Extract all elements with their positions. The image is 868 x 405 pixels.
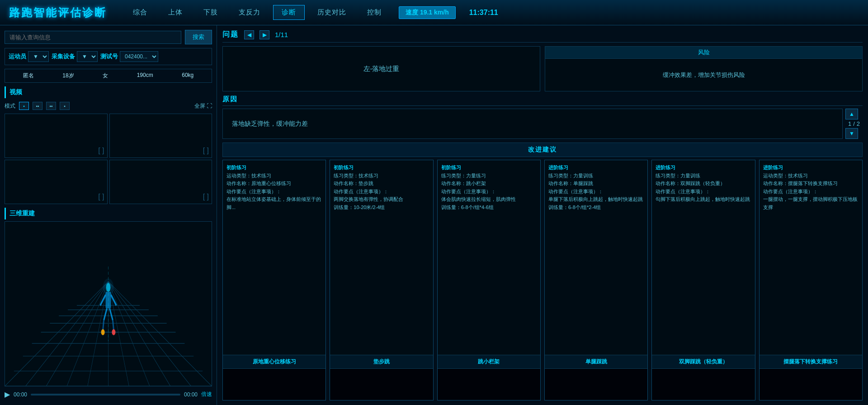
suggestion-card-6-title: 摆腿落下转换支撑练习 <box>760 355 862 368</box>
problem-box: 左-落地过重 <box>222 46 540 91</box>
tab-诊断[interactable]: 诊断 <box>273 5 305 20</box>
athlete-info: 匿名 18岁 女 190cm 60kg <box>9 72 208 80</box>
video-timeline: ▶ 00:00 00:00 倍速 <box>5 388 212 400</box>
threed-section: 三维重建 <box>5 208 212 400</box>
suggestion-card-4-title: 单腿踩跳 <box>545 355 647 368</box>
suggestion-card-3-body: 初阶练习 练习类型：力量练习 动作名称：跳小栏架 动作要点（注意事项）： 体会肌… <box>438 160 540 355</box>
timeline-start: 00:00 <box>14 391 27 398</box>
video-controls: 模式 ▪ ▪▪ ▪▪ ▪ 全屏 ⛶ <box>5 102 212 110</box>
search-row: 搜索 <box>5 30 212 44</box>
search-button[interactable]: 搜索 <box>185 30 212 44</box>
suggestion-card-1-key: 动作要点（注意事项）： <box>226 188 322 196</box>
risk-box: 风险 缓冲效果差，增加关节损伤风险 <box>545 46 863 91</box>
suggestion-card-6-type: 运动类型：技术练习 <box>763 172 859 180</box>
suggestion-card-2-tag: 初阶练习 <box>334 164 429 172</box>
clock: 11:37:11 <box>469 9 498 17</box>
search-input[interactable] <box>5 31 181 44</box>
svg-line-25 <box>103 320 104 330</box>
speed-badge: 速度 19.1 km/h <box>399 6 456 19</box>
suggestion-card-3: 初阶练习 练习类型：力量练习 动作名称：跳小栏架 动作要点（注意事项）： 体会肌… <box>437 160 541 400</box>
suggestion-card-6-name: 动作名称：摆腿落下转换支撑练习 <box>763 180 859 188</box>
suggestion-card-6-key: 动作要点（注意事项）： <box>763 188 859 196</box>
suggestion-card-6-keytext: 一腿摆动，一腿支撑，摆动脚积极下压地板支撑 <box>763 195 859 211</box>
suggestion-card-6-tag: 进阶练习 <box>763 164 859 172</box>
reason-up-btn[interactable]: ▲ <box>845 109 858 119</box>
suggestions-title: 改进建议 <box>222 143 863 157</box>
suggestion-card-5-tag: 进阶练习 <box>656 164 751 172</box>
suggestion-card-3-key: 动作要点（注意事项）： <box>441 188 537 196</box>
svg-line-19 <box>108 281 212 386</box>
risk-header: 风险 <box>545 47 862 59</box>
video-section-label: 视频 <box>5 86 212 98</box>
suggestion-card-6-video <box>760 368 862 400</box>
athlete-select[interactable]: ▼ <box>28 51 49 62</box>
suggestion-card-2-keytext: 两脚交换落地有弹性，协调配合 <box>334 195 429 204</box>
suggestion-card-6: 进阶练习 运动类型：技术练习 动作名称：摆腿落下转换支撑练习 动作要点（注意事项… <box>759 160 863 400</box>
fullscreen-btn[interactable]: 全屏 ⛶ <box>194 102 212 110</box>
mode-btn-2[interactable]: ▪▪ <box>33 102 42 110</box>
problem-next-btn[interactable]: ▶ <box>259 30 269 39</box>
tab-下肢[interactable]: 下肢 <box>195 5 226 19</box>
athlete-age: 18岁 <box>62 72 74 80</box>
test-select[interactable]: 042400... <box>120 51 158 62</box>
suggestion-card-1-video <box>223 368 326 400</box>
reason-title: 原因 <box>222 95 863 106</box>
mode-btn-3[interactable]: ▪▪ <box>46 102 56 110</box>
athlete-gender: 女 <box>103 72 108 80</box>
athlete-info-row: 匿名 18岁 女 190cm 60kg <box>5 69 212 83</box>
svg-line-17 <box>108 281 170 386</box>
suggestion-card-5-keytext: 勾脚下落后积极向上跳起，触地时快速起跳 <box>656 195 751 204</box>
athlete-label: 运动员 ▼ <box>9 51 49 62</box>
suggestion-card-4-key: 动作要点（注意事项）： <box>548 188 644 196</box>
svg-line-26 <box>109 308 113 320</box>
video-grid <box>5 114 212 204</box>
suggestion-card-2: 初阶练习 练习类型：技术练习 动作名称：垫步跳 动作要点（注意事项）： 两脚交换… <box>330 160 433 400</box>
reason-nav: ▲ 1 / 2 ▼ <box>845 109 863 139</box>
header: 路跑智能评估诊断 综合 上体 下肢 支反力 诊断 历史对比 控制 速度 19.1… <box>0 0 868 25</box>
athlete-name: 匿名 <box>23 72 34 80</box>
suggestion-card-3-extra: 训练量：6-8个/组*4-6组 <box>441 204 537 212</box>
mode-btn-4[interactable]: ▪ <box>60 102 70 110</box>
device-select[interactable]: ▼ <box>77 51 98 62</box>
reason-text-box: 落地缺乏弹性，缓冲能力差 <box>222 109 843 139</box>
reason-down-btn[interactable]: ▼ <box>845 128 858 139</box>
suggestion-card-3-title: 跳小栏架 <box>438 355 540 368</box>
main: 搜索 运动员 ▼ 采集设备 ▼ 测试号 042400... <box>0 25 868 405</box>
video-cell-4 <box>109 160 212 204</box>
tab-控制[interactable]: 控制 <box>359 5 390 19</box>
mode-label: 模式 <box>5 102 15 110</box>
suggestion-card-3-video <box>438 368 540 400</box>
suggestion-card-5-video <box>652 368 755 400</box>
problem-prev-btn[interactable]: ◀ <box>244 30 254 39</box>
suggestion-card-2-key: 动作要点（注意事项）： <box>334 188 429 196</box>
suggestion-card-5: 进阶练习 练习类型：力量训练 动作名称：双脚踩跳（轻负重） 动作要点（注意事项）… <box>651 160 755 400</box>
speed-multiplier[interactable]: 倍速 <box>201 391 212 398</box>
svg-line-11 <box>46 281 108 386</box>
athlete-weight: 60kg <box>182 72 193 80</box>
suggestion-card-5-type: 练习类型：力量训练 <box>656 172 751 180</box>
suggestion-card-2-video <box>330 368 433 400</box>
tab-上体[interactable]: 上体 <box>160 5 191 19</box>
suggestion-card-4-body: 进阶练习 练习类型：力量训练 动作名称：单腿踩跳 动作要点（注意事项）： 单腿下… <box>545 160 647 355</box>
tab-历史对比[interactable]: 历史对比 <box>309 5 354 19</box>
suggestion-card-4-video <box>545 368 647 400</box>
risk-text: 缓冲效果差，增加关节损伤风险 <box>663 71 745 79</box>
problem-text: 左-落地过重 <box>363 65 400 73</box>
play-icon[interactable]: ▶ <box>5 390 10 399</box>
problem-risk-row: 左-落地过重 风险 缓冲效果差，增加关节损伤风险 <box>222 46 863 91</box>
suggestion-card-5-key: 动作要点（注意事项）： <box>656 188 751 196</box>
timeline-bar[interactable] <box>31 394 180 395</box>
video-cell-2 <box>109 114 212 158</box>
suggestion-card-1-title: 原地重心位移练习 <box>223 355 326 368</box>
svg-line-9 <box>5 281 108 386</box>
suggestion-card-4-extra: 训练量：6-8个/组*2-4组 <box>548 204 644 212</box>
suggestion-card-1-body: 初阶练习 运动类型：技术练习 动作名称：原地重心位移练习 动作要点（注意事项）：… <box>223 160 326 355</box>
tab-支反力[interactable]: 支反力 <box>231 5 269 19</box>
suggestion-card-1-tag: 初阶练习 <box>226 164 322 172</box>
suggestion-card-4-name: 动作名称：单腿踩跳 <box>548 180 644 188</box>
svg-line-18 <box>108 281 191 386</box>
test-label: 测试号 042400... <box>100 51 158 62</box>
suggestions-section: 改进建议 初阶练习 运动类型：技术练习 动作名称：原地重心位移练习 动作要点（注… <box>222 143 863 400</box>
mode-btn-1[interactable]: ▪ <box>19 102 29 110</box>
tab-综合[interactable]: 综合 <box>125 5 156 19</box>
